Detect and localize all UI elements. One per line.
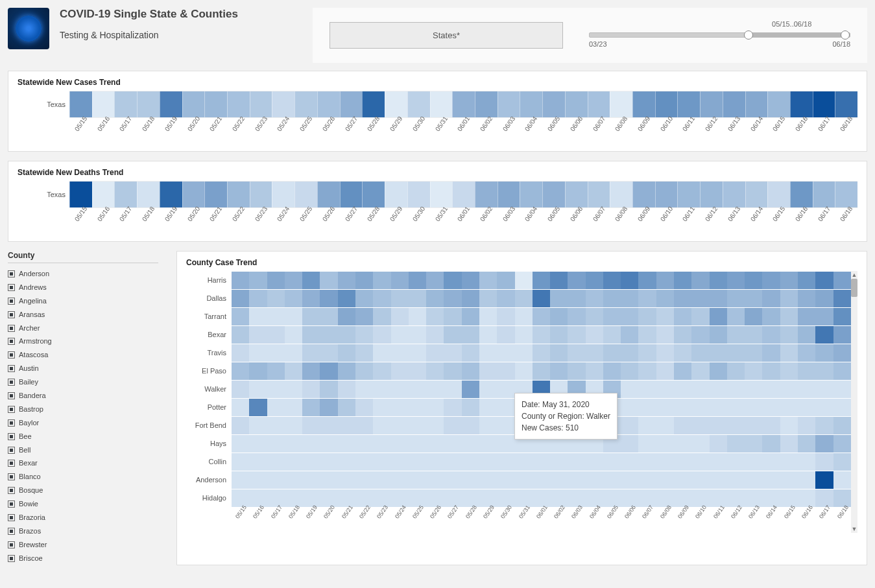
heatmap-cell[interactable]	[302, 435, 320, 453]
heatmap-cell[interactable]	[232, 453, 249, 471]
heatmap-cell[interactable]	[232, 381, 249, 398]
heatmap-cell[interactable]	[515, 308, 533, 325]
heatmap-cell[interactable]	[568, 471, 585, 489]
filter-item[interactable]: Armstrong	[8, 335, 158, 348]
heatmap-cell[interactable]	[320, 435, 337, 453]
heatmap-cell[interactable]	[444, 399, 461, 416]
heatmap-cell[interactable]	[373, 471, 390, 489]
heatmap-cell[interactable]	[780, 290, 798, 307]
heatmap-cell[interactable]	[249, 272, 267, 289]
heatmap-cell[interactable]	[285, 381, 302, 398]
checkbox-icon[interactable]	[8, 555, 15, 562]
heatmap-cell[interactable]	[302, 362, 320, 380]
heatmap-cell[interactable]	[355, 326, 373, 344]
heatmap-cell[interactable]	[638, 471, 656, 489]
heatmap-cell[interactable]	[780, 471, 798, 489]
slider-handle-start[interactable]	[744, 30, 753, 40]
heatmap-cell[interactable]	[373, 362, 390, 380]
heatmap-cell[interactable]	[727, 381, 745, 398]
heatmap-cell[interactable]	[710, 435, 727, 453]
checkbox-icon[interactable]	[8, 298, 15, 305]
heatmap-cell[interactable]	[691, 272, 709, 289]
heatmap-cell[interactable]	[267, 453, 285, 471]
heatmap-cell[interactable]	[798, 399, 815, 416]
heatmap-cell[interactable]	[409, 362, 426, 380]
filter-item[interactable]: Brazoria	[8, 511, 158, 524]
heatmap-cell[interactable]	[621, 453, 638, 471]
heatmap-cell[interactable]	[710, 453, 727, 471]
heatmap-cell[interactable]	[373, 308, 390, 325]
heatmap-cell[interactable]	[798, 308, 815, 325]
heatmap-cell[interactable]	[745, 362, 762, 380]
heatmap-cell[interactable]	[833, 435, 851, 453]
heatmap-cell[interactable]	[656, 290, 674, 307]
heatmap-cell[interactable]	[462, 399, 479, 416]
heatmap-cell[interactable]	[444, 435, 461, 453]
heatmap-cell[interactable]	[267, 272, 285, 289]
heatmap-cell[interactable]	[320, 471, 337, 489]
heatmap-cell[interactable]	[710, 417, 727, 434]
heatmap-cell[interactable]	[815, 272, 833, 289]
heatmap-cell[interactable]	[603, 453, 621, 471]
heatmap-cell[interactable]	[656, 453, 674, 471]
heatmap-cell[interactable]	[267, 399, 285, 416]
heatmap-cell[interactable]	[426, 435, 444, 453]
filter-item[interactable]: Angelina	[8, 294, 158, 308]
heatmap-cell[interactable]	[426, 362, 444, 380]
heatmap-cell[interactable]	[798, 344, 815, 362]
heatmap-cell[interactable]	[338, 399, 355, 416]
checkbox-icon[interactable]	[8, 325, 15, 332]
heatmap-cell[interactable]	[710, 399, 727, 416]
heatmap-cell[interactable]	[762, 344, 780, 362]
heatmap-cell[interactable]	[638, 272, 656, 289]
heatmap-cell[interactable]	[391, 381, 409, 398]
heatmap-cell[interactable]	[373, 435, 390, 453]
heatmap-cell[interactable]	[550, 362, 568, 380]
heatmap-cell[interactable]	[533, 344, 550, 362]
heatmap-cell[interactable]	[638, 435, 656, 453]
heatmap-cell[interactable]	[515, 362, 533, 380]
heatmap-cell[interactable]	[302, 290, 320, 307]
heatmap-cell[interactable]	[426, 417, 444, 434]
heatmap-cell[interactable]	[355, 471, 373, 489]
heatmap-cell[interactable]	[710, 308, 727, 325]
heatmap-cell[interactable]	[391, 453, 409, 471]
heatmap-cell[interactable]	[745, 381, 762, 398]
heatmap-cell[interactable]	[444, 308, 461, 325]
heatmap-cell[interactable]	[409, 290, 426, 307]
heatmap-cell[interactable]	[815, 471, 833, 489]
heatmap-cell[interactable]	[479, 453, 497, 471]
heatmap-cell[interactable]	[780, 344, 798, 362]
heatmap-cell[interactable]	[355, 290, 373, 307]
heatmap-cell[interactable]	[320, 453, 337, 471]
heatmap-cell[interactable]	[409, 417, 426, 434]
heatmap-cell[interactable]	[355, 362, 373, 380]
heatmap-cell[interactable]	[285, 362, 302, 380]
heatmap-cell[interactable]	[462, 308, 479, 325]
heatmap-cell[interactable]	[674, 435, 691, 453]
heatmap-cell[interactable]	[621, 308, 638, 325]
heatmap-cell[interactable]	[762, 308, 780, 325]
heatmap-cell[interactable]	[533, 290, 550, 307]
heatmap-cell[interactable]	[355, 399, 373, 416]
heatmap-cell[interactable]	[426, 344, 444, 362]
heatmap-cell[interactable]	[727, 326, 745, 344]
checkbox-icon[interactable]	[8, 528, 15, 535]
heatmap-cell[interactable]	[815, 453, 833, 471]
heatmap-cell[interactable]	[621, 326, 638, 344]
heatmap-cell[interactable]	[762, 435, 780, 453]
heatmap-cell[interactable]	[638, 362, 656, 380]
heatmap-cell[interactable]	[409, 272, 426, 289]
heatmap-cell[interactable]	[656, 344, 674, 362]
heatmap-cell[interactable]	[302, 344, 320, 362]
heatmap-cell[interactable]	[462, 326, 479, 344]
heatmap-cell[interactable]	[497, 435, 514, 453]
heatmap-cell[interactable]	[391, 399, 409, 416]
heatmap-cell[interactable]	[249, 290, 267, 307]
heatmap-cell[interactable]	[497, 290, 514, 307]
scroll-thumb[interactable]	[851, 279, 857, 297]
heatmap-cell[interactable]	[727, 471, 745, 489]
heatmap-cell[interactable]	[568, 362, 585, 380]
heatmap-cell[interactable]	[409, 344, 426, 362]
heatmap-cell[interactable]	[249, 308, 267, 325]
